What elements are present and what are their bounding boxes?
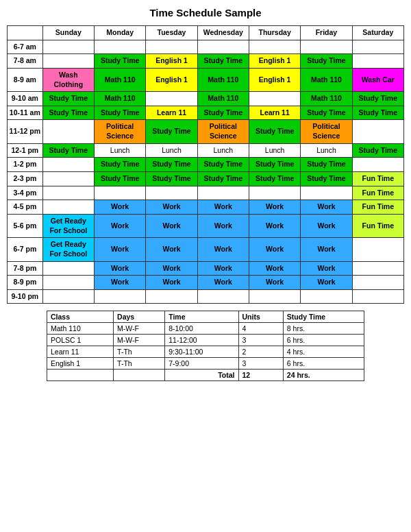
schedule-cell <box>352 276 403 290</box>
schedule-cell: Work <box>94 261 145 276</box>
schedule-cell <box>146 92 197 106</box>
schedule-cell: Work <box>249 238 300 261</box>
schedule-cell <box>42 186 94 200</box>
schedule-cell: Work <box>197 238 249 261</box>
schedule-cell: Lunch <box>94 143 145 158</box>
schedule-row: 9-10 pm <box>8 289 404 304</box>
schedule-cell <box>94 186 145 200</box>
schedule-cell: Lunch <box>146 143 197 158</box>
schedule-cell: Work <box>197 276 249 290</box>
schedule-cell <box>146 186 197 200</box>
schedule-cell: Learn 11 <box>249 106 300 120</box>
summary-cell: 2 <box>238 346 283 358</box>
schedule-cell: Study Time <box>146 158 197 172</box>
summary-cell: M-W-F <box>114 335 165 346</box>
summary-cell: 6 hrs. <box>283 358 364 370</box>
schedule-cell: Work <box>301 276 352 290</box>
schedule-cell: Work <box>249 276 300 290</box>
header-thursday: Thursday <box>249 26 300 40</box>
schedule-row: 12-1 pmStudy TimeLunchLunchLunchLunchLun… <box>8 143 404 158</box>
time-label: 6-7 am <box>8 40 43 54</box>
schedule-cell: Study Time <box>197 106 249 120</box>
summary-cell: English 1 <box>47 358 114 370</box>
summary-cell: 4 <box>238 323 283 335</box>
summary-col-class: Class <box>47 311 114 323</box>
schedule-cell <box>42 289 94 304</box>
summary-cell: M-W-F <box>114 323 165 335</box>
schedule-cell: Study Time <box>197 172 249 186</box>
schedule-cell <box>42 54 94 69</box>
schedule-cell: Work <box>94 214 145 237</box>
header-saturday: Saturday <box>352 26 403 40</box>
schedule-cell: Political Science <box>197 120 249 143</box>
schedule-cell: Lunch <box>197 143 249 158</box>
schedule-cell: Work <box>301 200 352 215</box>
schedule-cell <box>42 120 94 143</box>
time-label: 8-9 am <box>8 68 43 91</box>
schedule-cell: English 1 <box>146 54 197 69</box>
schedule-cell: Math 110 <box>301 68 352 91</box>
schedule-cell: Wash Car <box>352 68 403 91</box>
summary-cell: 11-12:00 <box>165 335 238 346</box>
schedule-cell <box>249 186 300 200</box>
summary-cell: T-Th <box>114 346 165 358</box>
schedule-cell <box>301 186 352 200</box>
summary-table: Class Days Time Units Study Time Math 11… <box>47 311 364 381</box>
time-label: 9-10 pm <box>8 289 43 304</box>
time-label: 7-8 pm <box>8 261 43 276</box>
schedule-cell <box>249 92 300 106</box>
schedule-cell: English 1 <box>249 68 300 91</box>
schedule-cell: Study Time <box>197 158 249 172</box>
schedule-cell: Study Time <box>301 158 352 172</box>
header-wednesday: Wednesday <box>197 26 249 40</box>
schedule-cell: Study Time <box>352 143 403 158</box>
schedule-cell: Work <box>146 261 197 276</box>
schedule-cell: Work <box>146 276 197 290</box>
summary-cell: T-Th <box>114 358 165 370</box>
summary-row: Learn 11T-Th9:30-11:0024 hrs. <box>47 346 364 358</box>
schedule-row: 6-7 pmGet Ready For SchoolWorkWorkWorkWo… <box>8 238 404 261</box>
schedule-cell: Math 110 <box>94 92 145 106</box>
schedule-cell: English 1 <box>249 54 300 69</box>
summary-cell: Learn 11 <box>47 346 114 358</box>
schedule-cell <box>42 40 94 54</box>
schedule-cell: Study Time <box>146 172 197 186</box>
schedule-cell <box>301 289 352 304</box>
schedule-cell <box>42 261 94 276</box>
schedule-cell: Study Time <box>301 106 352 120</box>
header-row: Sunday Monday Tuesday Wednesday Thursday… <box>8 26 404 40</box>
time-label: 11-12 pm <box>8 120 43 143</box>
summary-cell: 3 <box>238 358 283 370</box>
schedule-cell: Study Time <box>197 54 249 69</box>
summary-header-row: Class Days Time Units Study Time <box>47 311 364 323</box>
schedule-cell: Study Time <box>42 143 94 158</box>
schedule-row: 11-12 pmPolitical ScienceStudy TimePolit… <box>8 120 404 143</box>
schedule-cell <box>301 40 352 54</box>
schedule-row: 8-9 amWash ClothingMath 110English 1Math… <box>8 68 404 91</box>
schedule-cell <box>352 120 403 143</box>
time-label: 6-7 pm <box>8 238 43 261</box>
schedule-cell <box>352 40 403 54</box>
schedule-cell: Work <box>146 200 197 215</box>
schedule-cell: Study Time <box>249 172 300 186</box>
schedule-cell: Work <box>94 200 145 215</box>
schedule-cell: Study Time <box>42 92 94 106</box>
schedule-cell: Political Science <box>94 120 145 143</box>
schedule-cell: Math 110 <box>301 92 352 106</box>
schedule-row: 3-4 pmFun Time <box>8 186 404 200</box>
empty-cell <box>47 370 114 381</box>
schedule-row: 2-3 pmStudy TimeStudy TimeStudy TimeStud… <box>8 172 404 186</box>
schedule-cell <box>197 289 249 304</box>
time-label: 5-6 pm <box>8 214 43 237</box>
schedule-cell: Study Time <box>94 106 145 120</box>
time-label: 1-2 pm <box>8 158 43 172</box>
time-label: 8-9 pm <box>8 276 43 290</box>
schedule-cell: Math 110 <box>197 68 249 91</box>
header-tuesday: Tuesday <box>146 26 197 40</box>
summary-col-time: Time <box>165 311 238 323</box>
schedule-table: Sunday Monday Tuesday Wednesday Thursday… <box>7 25 404 304</box>
summary-cell: POLSC 1 <box>47 335 114 346</box>
schedule-row: 10-11 amStudy TimeStudy TimeLearn 11Stud… <box>8 106 404 120</box>
schedule-cell <box>42 172 94 186</box>
schedule-cell: Wash Clothing <box>42 68 94 91</box>
